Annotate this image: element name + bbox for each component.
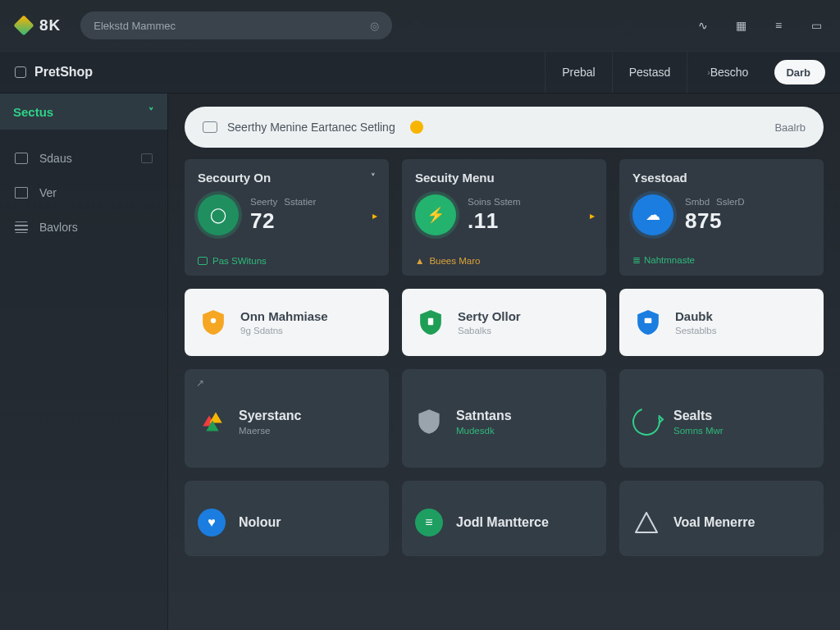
- stat-sub: SslerD: [716, 197, 745, 207]
- appbar-action-button[interactable]: Darb: [774, 60, 825, 84]
- sidebar-active-label: Sectus: [13, 105, 53, 119]
- stat-value: 72: [250, 208, 316, 234]
- gcard-title: Voal Menerre: [673, 515, 755, 530]
- card-icon: [15, 153, 28, 164]
- sidebar-item-ver[interactable]: Ver: [0, 176, 167, 210]
- stat-card-security-menu[interactable]: Secuity Menu ⚡ Soins Sstem .11 ▸ ▲Buees …: [402, 159, 606, 276]
- stat-value: 875: [685, 208, 745, 234]
- app-title-wrap: PretShop: [15, 65, 93, 80]
- brand-text: 8K: [39, 16, 61, 34]
- svg-rect-2: [645, 318, 652, 323]
- search-input[interactable]: Elekstd Mammec ◎: [80, 11, 392, 39]
- appbar-tabs: Prebal Pestasd ›Bescho: [545, 52, 765, 93]
- sidebar-item-label: Ver: [39, 186, 57, 199]
- stat-sub: Seerty: [250, 197, 277, 207]
- tile-title: Onn Mahmiase: [240, 309, 328, 323]
- shield-green-icon: [417, 307, 445, 338]
- stat-foot: Buees Maro: [429, 256, 480, 266]
- stat-foot: Pas SWituns: [212, 256, 267, 266]
- arrow-right-icon: ▸: [590, 210, 595, 221]
- gcard-title: Nolour: [239, 515, 281, 530]
- notice-banner[interactable]: Seerthy Menine Eartanec Setling Baalrb: [185, 107, 824, 148]
- gcard-voal[interactable]: Voal Menerre: [619, 481, 824, 556]
- gcard-title: Satntans: [456, 409, 512, 423]
- stat-title: Secourty On: [198, 171, 271, 185]
- arrow-right-icon: ▸: [372, 210, 377, 221]
- grid-icon[interactable]: ▦: [733, 18, 748, 33]
- stat-sub: Soins Sstem: [468, 197, 521, 207]
- tab-prebal[interactable]: Prebal: [545, 52, 611, 93]
- notice-icon: [203, 121, 217, 133]
- activity-icon[interactable]: ∿: [696, 18, 710, 33]
- gcard-title: Sealts: [673, 409, 724, 423]
- square-icon: [15, 187, 28, 199]
- sidebar: Sectus ˅ Sdaus Ver Bavlors: [0, 94, 168, 630]
- gcard-sub: Somns Mwr: [673, 426, 724, 436]
- card-icon[interactable]: ▭: [809, 18, 824, 33]
- caret-icon: ›: [707, 68, 710, 77]
- triangle-outline-icon: [632, 509, 660, 536]
- gcard-sub: Mudesdk: [456, 426, 512, 436]
- notice-dot-icon: [410, 121, 423, 134]
- tile-serty-ollor[interactable]: Serty OllorSabalks: [402, 289, 606, 356]
- sidebar-item-sdaus[interactable]: Sdaus: [0, 141, 167, 176]
- list-icon: [15, 221, 28, 233]
- tile-sub: 9g Sdatns: [240, 326, 328, 336]
- stat-foot: Nahtmnaste: [644, 255, 695, 265]
- notice-text: Seerthy Menine Eartanec Setling: [227, 121, 395, 134]
- brand-diamond-icon: [13, 15, 34, 35]
- svg-point-0: [211, 318, 216, 323]
- tile-daubk[interactable]: DaubkSestablbs: [619, 289, 824, 356]
- topbar: 8K Elekstd Mammec ◎ ∿ ▦ ≡ ▭: [0, 0, 840, 51]
- ring-progress-icon: [632, 408, 660, 436]
- flame-icon: ▲: [415, 256, 424, 266]
- sidebar-item-label: Sdaus: [39, 152, 72, 165]
- tile-sub: Sestablbs: [675, 326, 717, 336]
- main: Seerthy Menine Eartanec Setling Baalrb S…: [168, 94, 840, 630]
- grid-row-1: ↗ SyerstancMaerse SatntansMudesdk: [185, 369, 824, 468]
- shield-circle-icon: ◯: [198, 194, 239, 235]
- gcard-jodl[interactable]: ≡ Jodl Mantterce: [402, 481, 606, 556]
- tile-sub: Sabalks: [458, 326, 521, 336]
- layout: Sectus ˅ Sdaus Ver Bavlors Seerthy Menin…: [0, 94, 840, 630]
- search-placeholder: Elekstd Mammec: [94, 20, 176, 32]
- trail-icon: [141, 153, 153, 163]
- tab-bescho[interactable]: ›Bescho: [687, 52, 765, 93]
- menu-icon[interactable]: ≡: [771, 18, 786, 33]
- cloud-circle-icon: ☁: [632, 194, 673, 235]
- gcard-title: Syerstanc: [239, 409, 302, 423]
- shield-amber-icon: [199, 307, 227, 338]
- gcard-syerstanc[interactable]: ↗ SyerstancMaerse: [185, 369, 389, 468]
- tile-onn-mahmiase[interactable]: Onn Mahmiase9g Sdatns: [185, 289, 389, 356]
- notice-right-label: Baalrb: [774, 121, 806, 134]
- heart-circle-icon: ♥: [198, 509, 226, 536]
- stat-title: Secuity Menu: [415, 171, 495, 185]
- tab-pestasd[interactable]: Pestasd: [612, 52, 687, 93]
- foot-icon: [198, 257, 208, 265]
- stat-title: Ysestoad: [632, 171, 687, 185]
- sidebar-active-item[interactable]: Sectus ˅: [0, 94, 167, 130]
- tile-title: Serty Ollor: [458, 309, 521, 323]
- app-title: PretShop: [34, 65, 93, 80]
- sidebar-item-bavlors[interactable]: Bavlors: [0, 210, 167, 244]
- tile-row: Onn Mahmiase9g Sdatns Serty OllorSabalks…: [185, 289, 824, 356]
- stat-card-ysestoad[interactable]: Ysestoad ☁ SmbdSslerD 875 ≣Nahtmnaste: [619, 159, 824, 276]
- stat-sub: Smbd: [685, 197, 710, 207]
- sidebar-item-label: Bavlors: [39, 221, 78, 234]
- gcard-satntans[interactable]: SatntansMudesdk: [402, 369, 606, 468]
- gcard-sealts[interactable]: SealtsSomns Mwr: [619, 369, 824, 468]
- gcard-nolour[interactable]: ♥ Nolour: [185, 481, 389, 556]
- app-title-icon: [15, 66, 26, 78]
- stat-card-security-on[interactable]: Secourty On˅ ◯ SeertySstatier 72 ▸ Pas S…: [185, 159, 389, 276]
- stat-value: .11: [468, 208, 521, 234]
- gcard-sub: Maerse: [239, 426, 302, 436]
- appbar: PretShop Prebal Pestasd ›Bescho Darb: [0, 51, 840, 94]
- chevron-down-icon: ˅: [371, 172, 376, 183]
- tile-title: Daubk: [675, 309, 717, 323]
- topbar-icons: ∿ ▦ ≡ ▭: [696, 18, 824, 33]
- stats-row: Secourty On˅ ◯ SeertySstatier 72 ▸ Pas S…: [185, 159, 824, 276]
- bolt-circle-icon: ⚡: [415, 194, 456, 235]
- bars-circle-icon: ≡: [415, 509, 443, 536]
- triangle-multi-icon: [198, 408, 226, 436]
- chevron-down-icon: ˅: [148, 106, 154, 118]
